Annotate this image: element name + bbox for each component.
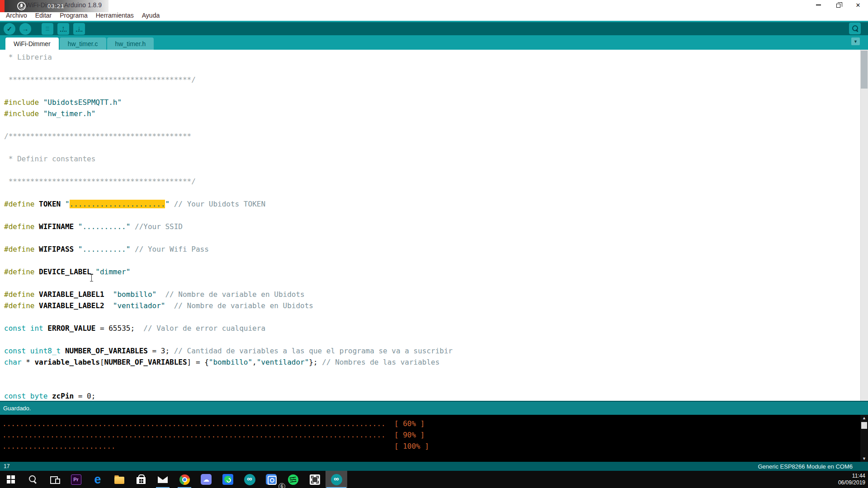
- code-line: const int ERROR_VALUE = 65535; // Valor …: [4, 323, 859, 334]
- clock-date: 06/09/2019: [838, 479, 865, 486]
- scroll-up-icon[interactable]: ▲: [860, 416, 868, 420]
- taskbar-item-store[interactable]: [130, 471, 152, 488]
- output-console[interactable]: ........................................…: [0, 415, 868, 462]
- code-line: [4, 85, 859, 97]
- code-line: const byte zcPin = 0;: [4, 390, 859, 401]
- code-line: [4, 164, 859, 176]
- code-line: char * variable_labels[NUMBER_OF_VARIABL…: [4, 357, 859, 368]
- console-scrollbar-thumb[interactable]: [861, 422, 867, 429]
- taskbar-item-mail[interactable]: [152, 471, 174, 488]
- code-content: * Libreria *****************************…: [0, 50, 868, 401]
- menu-bar: ArchivoEditarProgramaHerramientasAyuda: [0, 10, 868, 21]
- upload-button[interactable]: →: [19, 23, 31, 35]
- code-line: * Definir constantes: [4, 153, 859, 164]
- taskbar-item-arduino[interactable]: [239, 471, 260, 488]
- taskbar-clock[interactable]: 11:44 06/09/2019: [838, 473, 865, 486]
- code-line: [4, 334, 859, 345]
- taskbar-item-cloud[interactable]: [195, 471, 217, 488]
- spotify-icon: [288, 474, 298, 485]
- tab-hw_timer.c[interactable]: hw_timer.c: [60, 38, 106, 50]
- close-icon: ✕: [856, 2, 861, 9]
- tab-wifi-dimmer[interactable]: WiFi-Dimmer: [5, 38, 59, 50]
- code-line: [4, 311, 859, 323]
- tab-hw_timer.h[interactable]: hw_timer.h: [107, 38, 154, 50]
- arduino-ide-window: WiFi-Dimmer Arduino 1.8.9 ✕ 03:21 Archiv…: [0, 0, 868, 488]
- code-line: [4, 119, 859, 131]
- verify-button[interactable]: ✓: [4, 23, 15, 35]
- status-message: Guardado.: [3, 405, 31, 412]
- editor-scrollbar[interactable]: [860, 50, 868, 401]
- open-sketch-button[interactable]: ↑: [57, 23, 69, 35]
- check-icon: ✓: [7, 25, 13, 33]
- board-port-info: Generic ESP8266 Module en COM6: [758, 463, 853, 470]
- mail-icon: [158, 476, 168, 483]
- editor-scrollbar-thumb[interactable]: [861, 51, 868, 89]
- restore-button[interactable]: [828, 0, 848, 10]
- taskbar-item-taskview[interactable]: [43, 471, 65, 488]
- code-line: /***************************************…: [4, 131, 859, 142]
- console-line: ........................................…: [2, 429, 868, 441]
- restore-icon: [836, 4, 840, 8]
- whatsapp-icon: [222, 474, 233, 485]
- code-line: [4, 142, 859, 153]
- chrome-icon: [179, 474, 190, 485]
- clock-time: 11:44: [838, 473, 865, 479]
- taskbar-item-search[interactable]: [22, 471, 43, 488]
- tab-list-dropdown-button[interactable]: ▼: [851, 38, 860, 45]
- arduino-icon: [331, 474, 342, 485]
- minimize-icon: [816, 5, 821, 5]
- edge-icon: [94, 474, 101, 484]
- recording-timer: 03:21: [47, 3, 65, 9]
- serial-monitor-button[interactable]: [849, 23, 861, 34]
- line-number-indicator: 17: [0, 463, 9, 469]
- taskview-icon: [49, 474, 59, 484]
- code-line: [4, 210, 859, 221]
- console-scrollbar[interactable]: ▲ ▼: [860, 415, 868, 462]
- code-line: #define VARIABLE_LABEL2 "ventilador" // …: [4, 300, 859, 311]
- scroll-down-icon[interactable]: ▼: [860, 456, 868, 461]
- menu-item-ayuda[interactable]: Ayuda: [138, 10, 164, 21]
- code-line: #define DEVICE_LABEL "dimmer": [4, 266, 859, 277]
- code-line: ****************************************…: [4, 176, 859, 187]
- close-button[interactable]: ✕: [848, 0, 868, 10]
- taskbar-item-edge[interactable]: [87, 471, 108, 488]
- arrow-down-icon: ↓: [76, 26, 82, 32]
- taskbar-item-premiere[interactable]: [65, 471, 87, 488]
- taskbar-item-start[interactable]: [0, 471, 22, 488]
- cloud-icon: [201, 474, 212, 485]
- code-line: [4, 379, 859, 390]
- tabs: WiFi-Dimmerhw_timer.chw_timer.h: [5, 38, 155, 50]
- taskbar-item-instagram[interactable]: 6: [260, 471, 282, 488]
- code-line: #define WIFINAME ".........." //Your SSI…: [4, 221, 859, 232]
- toolbar: ✓ → ↑ ↓: [0, 22, 868, 35]
- chevron-down-icon: ▼: [854, 39, 858, 44]
- store-icon: [137, 477, 146, 484]
- recorder-red-bar: [0, 0, 5, 12]
- tab-strip: WiFi-Dimmerhw_timer.chw_timer.h ▼: [0, 35, 868, 50]
- code-editor[interactable]: * Libreria *****************************…: [0, 50, 868, 401]
- taskbar-item-arduino-active[interactable]: [326, 471, 347, 488]
- explorer-icon: [114, 477, 124, 484]
- code-line: [4, 368, 859, 379]
- start-icon: [6, 474, 16, 484]
- taskbar-item-chrome[interactable]: [174, 471, 195, 488]
- code-line: [4, 277, 859, 289]
- console-output: ........................................…: [0, 415, 868, 452]
- arrow-right-icon: →: [22, 25, 29, 33]
- instagram-icon: [266, 474, 277, 485]
- taskbar-item-spotify[interactable]: [282, 471, 304, 488]
- code-line: * Libreria: [4, 52, 859, 63]
- taskbar-item-whatsapp[interactable]: [217, 471, 239, 488]
- taskbar-item-explorer[interactable]: [108, 471, 130, 488]
- save-sketch-button[interactable]: ↓: [73, 23, 85, 35]
- code-line: const uint8_t NUMBER_OF_VARIABLES = 3; /…: [4, 345, 859, 357]
- arrow-up-icon: ↑: [60, 26, 66, 32]
- taskbar-item-esptool[interactable]: [304, 471, 326, 488]
- document-icon: [45, 25, 50, 32]
- minimize-button[interactable]: [808, 0, 828, 10]
- screen-recorder-overlay: 03:21: [5, 0, 108, 12]
- new-sketch-button[interactable]: [42, 23, 53, 35]
- code-line: #include "hw_timer.h": [4, 108, 859, 119]
- code-line: ****************************************…: [4, 74, 859, 85]
- title-bar[interactable]: WiFi-Dimmer Arduino 1.8.9 ✕: [0, 0, 868, 10]
